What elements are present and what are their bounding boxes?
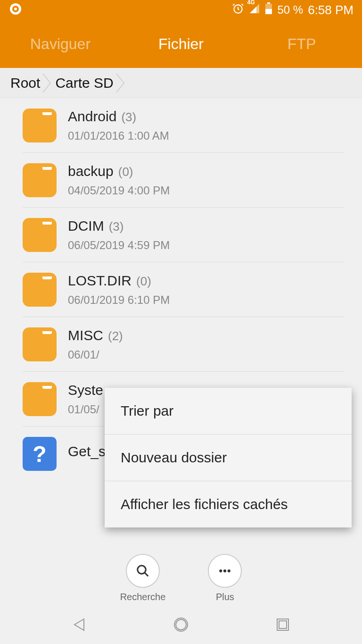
item-date: 06/01/2019 6:10 PM [68,293,362,307]
svg-point-9 [223,569,226,572]
more-label: Plus [216,592,234,602]
more-button[interactable]: Plus [208,554,242,602]
list-item[interactable]: MISC(2)06/01/ [0,317,362,372]
svg-point-12 [176,619,186,630]
item-date: 06/05/2019 4:59 PM [68,239,362,252]
item-count: (0) [136,274,151,289]
list-item[interactable]: Android(3)01/01/2016 1:00 AM [0,98,362,153]
folder-icon [23,218,57,252]
item-text: DCIM(3)06/05/2019 4:59 PM [68,218,362,252]
folder-icon [23,273,57,307]
bottom-actions: Recherche Plus [0,554,362,602]
item-text: Android(3)01/01/2016 1:00 AM [68,109,362,142]
status-left [8,2,23,18]
item-date: 04/05/2019 4:00 PM [68,184,362,197]
folder-icon [23,163,57,197]
app-logo-icon [8,2,23,18]
tab-naviguer[interactable]: Naviguer [0,35,121,53]
item-date: 06/01/ [68,348,362,361]
search-label: Recherche [120,592,166,602]
chevron-right-icon [115,73,127,93]
svg-point-8 [219,569,222,572]
breadcrumb-root[interactable]: Root [10,75,40,91]
item-name: Get_s [68,443,106,460]
folder-icon [23,382,57,416]
item-name: Android [68,109,116,125]
list-item[interactable]: LOST.DIR(0)06/01/2019 6:10 PM [0,262,362,317]
back-button[interactable] [67,613,91,636]
battery-pct: 50 % [277,3,303,17]
more-icon [208,554,242,588]
home-button[interactable] [169,613,193,636]
menu-sort-by[interactable]: Trier par [105,388,352,435]
item-count: (3) [121,110,136,125]
folder-icon [23,109,57,142]
tab-fichier[interactable]: Fichier [121,35,241,53]
item-text: backup(0)04/05/2019 4:00 PM [68,163,362,197]
recents-button[interactable] [271,613,295,636]
context-menu: Trier par Nouveau dossier Afficher les f… [105,388,352,527]
svg-point-2 [14,8,17,10]
item-name: Syste [68,382,103,398]
item-date: 01/01/2016 1:00 AM [68,129,362,142]
search-button[interactable]: Recherche [120,554,166,602]
list-item[interactable]: DCIM(3)06/05/2019 4:59 PM [0,208,362,262]
item-name: LOST.DIR [68,273,132,289]
svg-rect-6 [265,4,272,9]
item-count: (0) [118,165,133,179]
android-navbar [0,605,362,644]
alarm-icon [232,2,244,17]
search-icon [126,554,160,588]
signal-icon: 4G [249,3,260,17]
tab-bar: Naviguer Fichier FTP [0,20,362,68]
item-count: (2) [108,329,123,343]
item-name: backup [68,163,114,179]
item-text: LOST.DIR(0)06/01/2019 6:10 PM [68,273,362,307]
clock: 6:58 PM [308,3,354,17]
status-right: 4G 50 % 6:58 PM [232,2,354,17]
svg-point-7 [138,566,146,574]
item-name: MISC [68,327,103,343]
breadcrumb: Root Carte SD [0,68,362,98]
status-bar: 4G 50 % 6:58 PM [0,0,362,20]
breadcrumb-sdcard[interactable]: Carte SD [55,75,113,91]
svg-rect-4 [267,2,270,4]
tab-ftp[interactable]: FTP [241,35,362,53]
list-item[interactable]: backup(0)04/05/2019 4:00 PM [0,153,362,208]
item-name: DCIM [68,218,104,234]
svg-rect-14 [279,621,287,628]
svg-point-11 [174,618,188,631]
svg-point-10 [228,569,230,572]
battery-icon [265,2,272,17]
unknown-file-icon: ? [23,437,57,471]
item-count: (3) [109,219,124,234]
folder-icon [23,327,57,361]
menu-new-folder[interactable]: Nouveau dossier [105,435,352,481]
chevron-right-icon [42,73,53,93]
item-text: MISC(2)06/01/ [68,327,362,361]
menu-show-hidden[interactable]: Afficher les fichiers cachés [105,481,352,527]
